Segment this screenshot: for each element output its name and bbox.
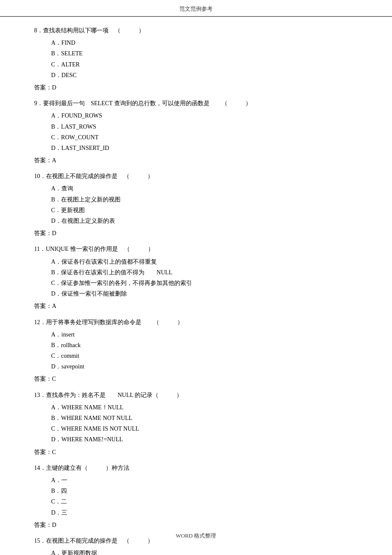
option-item: A．FIND	[51, 37, 358, 48]
option-item: A．WHERE NAME！NULL	[51, 402, 358, 413]
option-item: D．在视图上定义新的表	[51, 216, 358, 226]
option-item: C．更新视图	[51, 205, 358, 216]
option-item: B．四	[51, 486, 358, 496]
option-item: D．保证惟一索引不能被删除	[51, 288, 358, 299]
question-block: 11．UNIQUE 惟一索引的作用是 （ ）A．保证各行在该索引上的值都不得重复…	[34, 244, 358, 311]
question-block: 8．查找表结构用以下哪一项 （ ）A．FINDB．SELETEC．ALTERD．…	[34, 25, 358, 93]
option-item: B．rollback	[51, 340, 358, 351]
content-area: 8．查找表结构用以下哪一项 （ ）A．FINDB．SELETEC．ALTERD．…	[0, 17, 392, 555]
option-item: B．WHERE NAME NOT NULL	[51, 413, 358, 423]
option-item: C．保证参加惟一索引的各列，不得再参加其他的索引	[51, 278, 358, 288]
answer-text: 答案：C	[34, 447, 358, 457]
question-title: 10．在视图上不能完成的操作是 （ ）	[34, 171, 358, 181]
option-item: C．ROW_COUNT	[51, 132, 358, 143]
option-item: D．三	[51, 507, 358, 518]
option-item: C．commit	[51, 351, 358, 361]
question-title: 8．查找表结构用以下哪一项 （ ）	[34, 25, 358, 36]
answer-text: 答案：C	[34, 374, 358, 384]
option-item: A．查询	[51, 183, 358, 194]
question-title: 12．用于将事务处理写到数据库的命令是 （ ）	[34, 317, 358, 328]
option-item: D．savepoint	[51, 361, 358, 372]
option-item: A．insert	[51, 329, 358, 340]
option-item: A．FOUND_ROWS	[51, 110, 358, 121]
option-item: D．WHERE NAME!=NULL	[51, 434, 358, 445]
question-block: 14．主键的建立有（ ）种方法A．一B．四C．二D．三答案：D	[34, 463, 358, 530]
page-footer: WORD 格式整理	[0, 525, 392, 546]
option-item: A．更新视图数据	[51, 548, 358, 555]
header-title: 范文范例参考	[179, 6, 213, 12]
option-item: B．保证各行在该索引上的值不得为 NULL	[51, 267, 358, 278]
option-item: C．ALTER	[51, 59, 358, 70]
option-item: B．SELETE	[51, 48, 358, 59]
question-block: 10．在视图上不能完成的操作是 （ ）A．查询B．在视图上定义新的视图C．更新视…	[34, 171, 358, 239]
option-item: A．保证各行在该索引上的值都不得重复	[51, 256, 358, 267]
question-block: 9．要得到最后一句 SELECT 查询到的总行数，可以使用的函数是 （ ）A．F…	[34, 98, 358, 166]
question-title: 13．查找条件为：姓名不是 NULL 的记录（ ）	[34, 390, 358, 400]
question-title: 11．UNIQUE 惟一索引的作用是 （ ）	[34, 244, 358, 254]
question-title: 14．主键的建立有（ ）种方法	[34, 463, 358, 473]
answer-text: 答案：D	[34, 228, 358, 239]
option-item: D．DESC	[51, 70, 358, 81]
option-item: C．二	[51, 496, 358, 507]
option-item: A．一	[51, 475, 358, 486]
answer-text: 答案：A	[34, 301, 358, 311]
option-item: D．LAST_INSERT_ID	[51, 143, 358, 153]
answer-text: 答案：D	[34, 82, 358, 93]
option-item: B．LAST_ROWS	[51, 121, 358, 132]
question-block: 13．查找条件为：姓名不是 NULL 的记录（ ）A．WHERE NAME！NU…	[34, 390, 358, 457]
page-header: 范文范例参考	[0, 0, 392, 17]
question-block: 12．用于将事务处理写到数据库的命令是 （ ）A．insertB．rollbac…	[34, 317, 358, 385]
footer-label: WORD 格式整理	[176, 532, 216, 539]
option-item: B．在视图上定义新的视图	[51, 194, 358, 205]
option-item: C．WHERE NAME IS NOT NULL	[51, 423, 358, 434]
question-title: 9．要得到最后一句 SELECT 查询到的总行数，可以使用的函数是 （ ）	[34, 98, 358, 109]
answer-text: 答案：A	[34, 155, 358, 166]
